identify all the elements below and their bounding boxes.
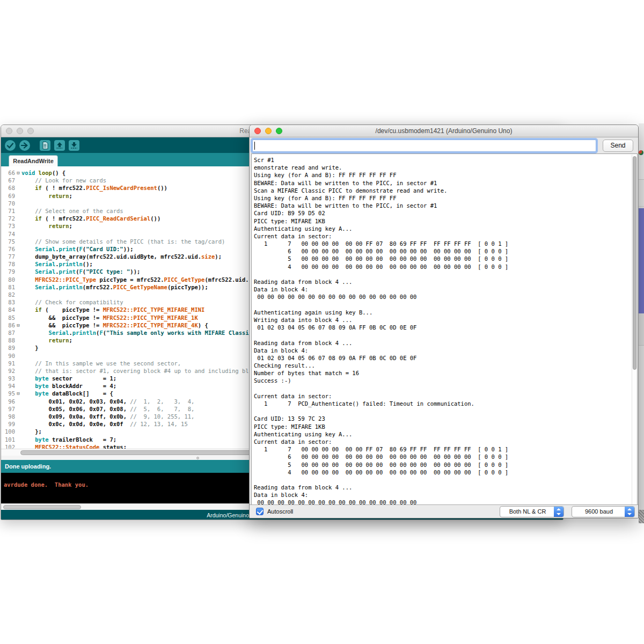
serial-line: 1 7 00 00 00 00 00 00 FF 07 80 69 FF FF … (254, 240, 637, 247)
serial-line: Data in block 4: (254, 491, 637, 499)
splitter-grip-icon[interactable] (196, 457, 199, 459)
open-sketch-button[interactable] (54, 140, 65, 151)
serial-line: Writing data into block 4 ... (254, 316, 637, 324)
line-ending-dropdown[interactable]: Both NL & CR (500, 506, 564, 517)
arrow-right-icon (19, 140, 31, 151)
text-caret (254, 142, 255, 150)
tab-readandwrite[interactable]: ReadAndWrite (9, 155, 58, 166)
line-number: 86⊟ (1, 321, 21, 329)
close-icon[interactable] (254, 128, 261, 134)
serial-line: Authenticating again using key B... (254, 309, 637, 316)
serial-line: Success :-) (254, 377, 637, 384)
line-number: 91 (1, 360, 21, 367)
scrollbar-thumb[interactable] (3, 505, 81, 509)
minimize-icon[interactable] (265, 128, 272, 134)
background-band (639, 313, 644, 346)
serial-line: 00 00 00 00 00 00 00 00 00 00 00 00 00 0… (254, 293, 637, 301)
serial-bottom-bar: Autoscroll Both NL & CR 9600 baud (250, 504, 638, 518)
serial-line: Card UID: B9 59 D5 02 (254, 209, 637, 217)
serial-line: Authenticating using key A... (254, 225, 637, 232)
serial-line: Reading data from block 4 ... (254, 339, 637, 347)
serial-line: Current data in sector: (254, 392, 637, 400)
serial-line: PICC type: MIFARE 1KB (254, 217, 637, 225)
line-number: 67 (1, 177, 21, 184)
arrow-down-icon (68, 140, 80, 151)
line-number: 102 (1, 443, 21, 449)
line-number: 94 (1, 382, 21, 390)
fold-icon[interactable]: ⊟ (15, 169, 21, 177)
serial-line (254, 407, 637, 415)
console-output-text: avrdude done. Thank you. (4, 481, 89, 488)
serial-line: 1 7 PCD_Authenticate() failed: Timeout i… (254, 400, 637, 407)
arrow-up-icon (54, 140, 65, 151)
close-icon[interactable] (6, 128, 12, 134)
serial-line (254, 301, 637, 309)
line-number: 82 (1, 291, 21, 298)
serial-line: Card UID: 13 59 7C 23 (254, 415, 637, 422)
minimize-icon[interactable] (17, 128, 23, 134)
chevron-updown-icon (554, 507, 564, 517)
fold-icon[interactable]: ⊟ (15, 390, 21, 397)
serial-line (254, 476, 637, 484)
serial-line: emonstrate read and write. (254, 164, 637, 171)
background-window-edge (639, 123, 644, 523)
serial-window-controls (254, 128, 282, 134)
serial-titlebar[interactable]: /dev/cu.usbmodem1421 (Arduino/Genuino Un… (250, 125, 638, 137)
serial-line: 4 00 00 00 00 00 00 00 00 00 00 00 00 00… (254, 263, 637, 270)
line-number: 85 (1, 314, 21, 321)
line-number: 87 (1, 329, 21, 336)
serial-line: Current data in sector: (254, 438, 637, 445)
save-sketch-button[interactable] (68, 140, 80, 151)
send-button[interactable]: Send (603, 140, 633, 152)
line-number: 78 (1, 260, 21, 268)
line-number: 93 (1, 375, 21, 382)
baud-rate-dropdown[interactable]: 9600 baud (572, 506, 635, 517)
serial-line: Data in block 4: (254, 286, 637, 293)
line-number: 101 (1, 436, 21, 443)
serial-line: 6 00 00 00 00 00 00 00 00 00 00 00 00 00… (254, 247, 637, 255)
serial-send-row: Send (250, 137, 638, 154)
line-number: 71 (1, 207, 21, 215)
zoom-icon[interactable] (276, 128, 282, 134)
line-number: 74 (1, 230, 21, 238)
serial-line (254, 385, 637, 392)
serial-line: 4 00 00 00 00 00 00 00 00 00 00 00 00 00… (254, 469, 637, 476)
serial-line (254, 331, 637, 339)
line-number: 68 (1, 184, 21, 192)
autoscroll-label: Autoscroll (267, 505, 293, 518)
zoom-icon[interactable] (27, 128, 34, 134)
line-number: 83 (1, 298, 21, 306)
serial-input[interactable] (252, 140, 596, 152)
serial-line: Scr #1 (254, 156, 637, 164)
fold-icon[interactable]: ⊟ (15, 321, 21, 329)
serial-line: 5 00 00 00 00 00 00 00 00 00 00 00 00 00… (254, 255, 637, 262)
serial-monitor-window: /dev/cu.usbmodem1421 (Arduino/Genuino Un… (249, 125, 639, 518)
background-band (639, 180, 644, 207)
serial-line (254, 270, 637, 278)
serial-line: BEWARE: Data will be written to the PICC… (254, 179, 637, 187)
line-number: 79 (1, 268, 21, 275)
serial-window-title: /dev/cu.usbmodem1421 (Arduino/Genuino Un… (376, 127, 513, 135)
line-number: 95⊟ (1, 390, 21, 397)
board-name-text: Arduino/Genuino (178, 510, 249, 520)
serial-vertical-scrollbar[interactable] (632, 155, 637, 504)
line-number: 97 (1, 405, 21, 413)
line-number: 76 (1, 245, 21, 253)
background-purple-panel (639, 208, 644, 313)
autoscroll-checkbox[interactable] (256, 508, 264, 515)
line-number: 81 (1, 283, 21, 291)
line-number: 75 (1, 238, 21, 245)
serial-line: 01 02 03 04 05 06 07 08 09 0A FF 0B 0C 0… (254, 324, 637, 331)
serial-line: 5 00 00 00 00 00 00 00 00 00 00 00 00 00… (254, 461, 637, 469)
verify-button[interactable] (4, 140, 16, 151)
serial-line: 6 00 00 00 00 00 00 00 00 00 00 00 00 00… (254, 453, 637, 460)
serial-output[interactable]: Scr #1emonstrate read and write.Using ke… (251, 153, 638, 506)
new-sketch-button[interactable] (39, 140, 51, 151)
serial-line: Using key (for A and B): FF FF FF FF FF … (254, 171, 637, 179)
line-number: 72 (1, 215, 21, 222)
line-number: 70 (1, 200, 21, 207)
scrollbar-thumb[interactable] (633, 156, 636, 370)
line-number: 66⊟ (1, 169, 21, 177)
upload-button[interactable] (19, 140, 31, 151)
serial-line: Reading data from block 4 ... (254, 484, 637, 491)
